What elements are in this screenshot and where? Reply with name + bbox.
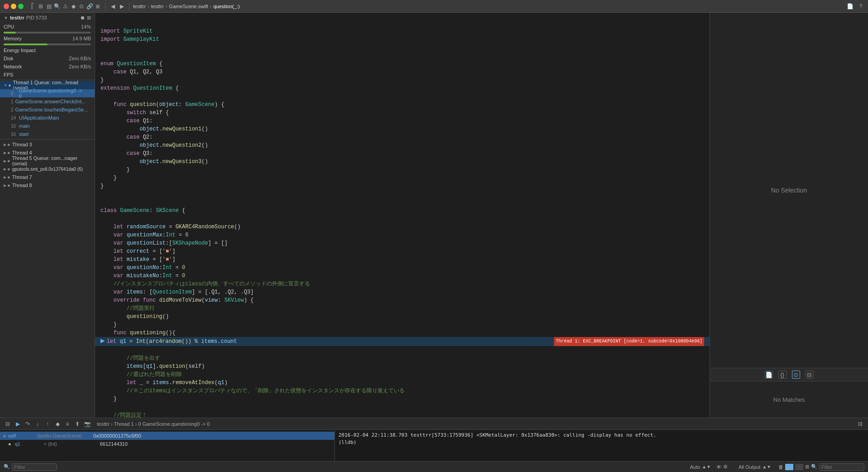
code-line — [95, 16, 710, 27]
thread3-label: Thread 3 — [12, 142, 32, 147]
expand-icon[interactable]: ⊞ — [87, 15, 91, 21]
sidebar-item-network[interactable]: Network Zero KB/s — [0, 63, 95, 71]
code-line-itemsq1: items[q1].question(self) — [95, 362, 710, 371]
code-line-newq1: object.newQuestion1() — [95, 125, 710, 133]
sidebar-item-cpu[interactable]: CPU 14% — [0, 23, 95, 31]
code-editor: import SpriteKit import GameplayKit enum… — [95, 13, 710, 418]
stack-btn[interactable]: ≡ — [63, 420, 72, 428]
mem-bar — [4, 43, 91, 45]
camera-btn[interactable]: 📷 — [83, 420, 91, 428]
left-filter-input[interactable] — [12, 463, 57, 471]
right-toolbar: 📄 {} ⊙ ⊟ — [710, 368, 868, 381]
thread-3-header[interactable]: ▶ ● Thread 3 — [0, 140, 95, 149]
code-content[interactable]: import SpriteKit import GameplayKit enum… — [95, 13, 710, 418]
console-panel[interactable]: 2016-02-04 22:11:38.703 testtrr[5733:175… — [335, 430, 868, 461]
close-button[interactable] — [4, 4, 9, 9]
layout-icon[interactable]: ▤ — [45, 3, 52, 10]
var-self-type: (testtrr.GameScene) — [37, 433, 91, 438]
bottom-content: ▶ self (testtrr.GameScene) 0x00000001375… — [0, 430, 868, 461]
sidebar-item-energy[interactable]: Energy Impact — [0, 46, 95, 54]
call-item-2[interactable]: 2 GameScene.touchesBegan(Se... — [0, 106, 95, 114]
filter-toggle-btn[interactable]: ⊟ — [856, 420, 864, 428]
new-file-icon[interactable]: 📄 — [846, 3, 854, 10]
back-button[interactable]: ◀ — [109, 3, 116, 10]
grid-icon[interactable]: ⊞ — [37, 3, 44, 10]
sidebar-item-fps[interactable]: FPS — [0, 71, 95, 79]
thread-gpu-header[interactable]: ▶ ● gputools.smt_poll.0x137641da0 (6) — [0, 165, 95, 173]
code-line-import1: import SpriteKit — [95, 27, 710, 35]
var-self-value: 0x00000001375c6f00 — [93, 433, 141, 438]
file-icon-btn[interactable]: 📄 — [765, 371, 773, 379]
code-line-blank1 — [95, 43, 710, 52]
maximize-button[interactable] — [18, 4, 24, 9]
sidebar-toggle-icon[interactable]: ⎡ — [29, 3, 36, 10]
step-out-btn[interactable]: ↑ — [43, 420, 52, 428]
panel-icon-1[interactable] — [785, 464, 793, 470]
step-into-btn[interactable]: ↓ — [33, 420, 42, 428]
circle-icon-btn[interactable]: ⊙ — [792, 371, 800, 379]
thread-5-header[interactable]: ▶ ● Thread 5 Queue: com...nager (serial) — [0, 157, 95, 165]
cpu-fill — [4, 32, 16, 34]
sidebar-item-disk[interactable]: Disk Zero KB/s — [0, 54, 95, 63]
var-self[interactable]: ▶ self (testtrr.GameScene) 0x00000001375… — [0, 432, 334, 440]
thread4-icon: ● — [7, 150, 10, 155]
search-icon[interactable]: 🔍 — [53, 3, 61, 10]
var-q1[interactable]: ▶ ● q1 = (Int) 6612144310 — [0, 440, 334, 448]
help-icon[interactable]: ? — [857, 3, 864, 10]
code-line-class: class GameScene: SKScene { — [95, 207, 710, 215]
call-item-15[interactable]: 15 main — [0, 122, 95, 130]
call-item-16[interactable]: 16 start — [0, 130, 95, 138]
warning-icon[interactable]: ⚠ — [62, 3, 69, 10]
code-line-override: override func didMoveToView(view: SKView… — [95, 296, 710, 304]
filter-icon-left: 🔍 — [4, 464, 10, 470]
source-icon[interactable]: ≣ — [94, 3, 101, 10]
right-filter-input[interactable] — [819, 463, 864, 471]
energy-label: Energy Impact — [4, 48, 91, 53]
call-15-name: main — [19, 123, 30, 129]
minimize-button[interactable] — [11, 4, 16, 9]
thread-7-header[interactable]: ▶ ● Thread 7 — [0, 173, 95, 181]
call-item-0[interactable]: 0 GameScene.questioning0 -> 0 — [0, 89, 95, 97]
grid-icon-right[interactable]: ⊞ — [805, 464, 809, 470]
var-q1-icon: ● — [8, 441, 11, 447]
main-layout: ▼ testtrr PID 5733 ⏺ ⊞ CPU 14% Memory 14… — [0, 13, 868, 418]
call-item-14[interactable]: 14 UIApplicationMain — [0, 114, 95, 122]
filter-icon-right[interactable]: 🔍 — [811, 464, 817, 470]
code-line-comment-q1: //問題設定！ — [95, 411, 710, 418]
link-icon[interactable]: 🔗 — [86, 3, 93, 10]
network-value: Zero KB/s — [69, 64, 91, 69]
right-icons: 🗑 ⊞ 🔍 — [778, 463, 864, 471]
breadcrumb-folder[interactable]: testtrr — [151, 4, 164, 9]
record-icon[interactable]: ⏺ — [80, 15, 85, 20]
step-over-btn[interactable]: ↷ — [24, 420, 32, 428]
panel-icon-2[interactable] — [795, 464, 803, 470]
share-btn[interactable]: ⬆ — [73, 420, 81, 428]
breakpoint-btn[interactable]: ◆ — [53, 420, 62, 428]
process-pid: PID 5733 — [26, 15, 47, 20]
breadcrumb-symbol[interactable]: question(_:) — [213, 4, 239, 9]
forward-button[interactable]: ▶ — [118, 3, 125, 10]
debug-breadcrumb-text: testtrr › Thread 1 › 0 GameScene.questio… — [97, 421, 210, 427]
code-line-q1-highlighted: ▶let q1 = Int(arc4random()) % items.coun… — [95, 337, 710, 346]
breakpoint-icon[interactable]: ◆ — [70, 3, 77, 10]
curly-icon-btn[interactable]: {} — [778, 371, 787, 379]
output-chevron[interactable]: ▲▼ — [762, 464, 771, 469]
scheme-icon[interactable]: ⊙ — [78, 3, 85, 10]
breadcrumb-file[interactable]: GameScene.swift — [169, 4, 208, 9]
process-triangle[interactable]: ▼ — [4, 15, 8, 20]
panel-toggle-btn[interactable]: ⊟ — [4, 420, 12, 428]
var-q1-name: q1 — [15, 441, 42, 447]
code-line-comment-q: //問題を出す — [95, 354, 710, 362]
breadcrumb-project[interactable]: testtrr — [133, 4, 146, 9]
settings-icon[interactable]: ⚙ — [723, 464, 728, 470]
code-line-qmax: var questionMax:Int = 6 — [95, 231, 710, 239]
thread-8-header[interactable]: ▶ ● Thread 8 — [0, 181, 95, 189]
continue-btn[interactable]: ▶ — [14, 420, 22, 428]
trash-icon[interactable]: 🗑 — [778, 464, 783, 470]
eye-icon[interactable]: 👁 — [716, 464, 721, 470]
bottom-section: ⊟ ▶ ↷ ↓ ↑ ◆ ≡ ⬆ 📷 testtrr › Thread 1 › 0… — [0, 418, 868, 472]
sidebar-item-memory[interactable]: Memory 14.9 MB — [0, 34, 95, 43]
square-icon-btn[interactable]: ⊟ — [806, 371, 814, 379]
auto-chevron[interactable]: ▲▼ — [702, 464, 711, 469]
call-item-1[interactable]: 1 GameScene.answerCheck(Int... — [0, 97, 95, 106]
